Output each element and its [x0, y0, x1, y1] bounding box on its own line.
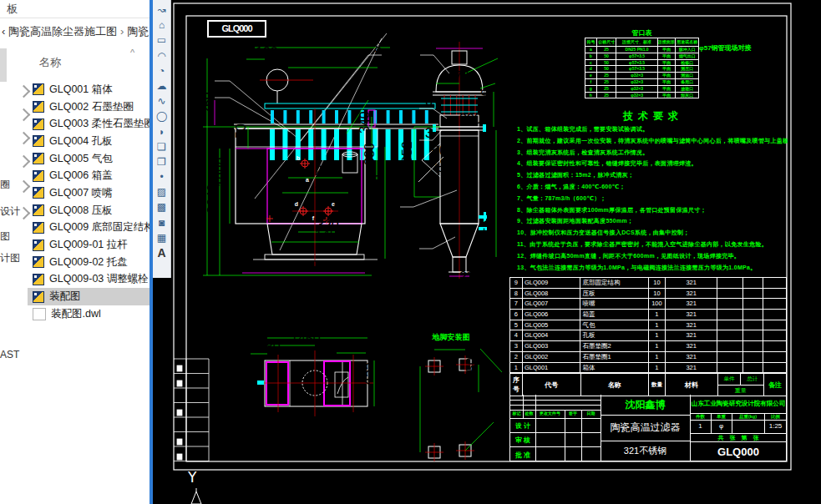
dimension-label: 1460 [332, 53, 362, 68]
file-name: GLQ003 柔性石墨垫圈 [49, 117, 150, 131]
toolbar-point-icon[interactable]: • [155, 169, 170, 184]
breadcrumb[interactable]: ‹ 陶瓷高温除尘器施工图›陶瓷 [2, 24, 150, 39]
bom-cell [717, 363, 743, 374]
file-item[interactable]: GLQ007 喷嘴 [28, 184, 150, 202]
nozzle-cell: 测温口 [676, 72, 698, 78]
bom-cell: 321 [666, 299, 718, 310]
rev-header: 签字 [565, 411, 581, 416]
file-name: 装配图 [49, 290, 81, 304]
tech-requirement-line: 12、焊缝件坡口高50mm直缝，间距不大于600mm，见图纸设计，现场焊接完毕。 [517, 252, 788, 264]
dimension-label: 450 [315, 179, 337, 193]
file-item[interactable]: GLQ009-03 调整螺栓 [28, 271, 150, 289]
bom-cell [763, 363, 786, 374]
file-item[interactable]: GLQ009-01 拉杆 [28, 236, 150, 254]
dimension-label: 1450 [315, 228, 345, 242]
ucs-icon [191, 488, 201, 504]
dimension-label: 250 [351, 339, 373, 353]
dimension-label: 350 [482, 219, 496, 242]
nozzle-row: e25φ32×3平面测温口 [585, 72, 698, 78]
toolbar-arc-icon[interactable]: ◠ [155, 48, 170, 63]
nozzle-cell: 25 [597, 78, 617, 85]
bom-cell: GLQ007 [523, 299, 581, 310]
breadcrumb-next[interactable]: 陶瓷 [127, 25, 149, 38]
bom-cell: 321 [666, 320, 718, 331]
file-name: GLQ002 石墨垫圈 [49, 100, 134, 114]
column-header-name[interactable]: 名称 [39, 55, 61, 70]
file-item[interactable]: GLQ001 箱体 [28, 81, 150, 98]
nozzle-cell: 平面 [658, 46, 677, 53]
tech-requirement-line: 11、由于系统处于负压，要求除尘器严密密封，不能混入空气进除尘器内部，以免发生危… [517, 240, 788, 252]
nozzle-header: 用途或名称 [676, 38, 698, 46]
bom-cell: 气包 [580, 320, 649, 331]
toolbar-insert-block-icon[interactable]: ❏ [155, 139, 170, 154]
collapse-chevron-icon[interactable]: ^ [130, 48, 134, 58]
bom-cell: GLQ003 [523, 341, 581, 352]
file-item[interactable]: 装配图 [28, 288, 150, 305]
nav-item-clipped[interactable]: 圈 [0, 178, 10, 192]
back-chevron-icon[interactable]: ‹ [2, 25, 5, 38]
file-item[interactable]: GLQ006 箱盖 [28, 167, 150, 184]
nozzle-row: h25φ32×3平面卸灰口 [585, 92, 698, 98]
screen: 板 ‹ 陶瓷高温除尘器施工图›陶瓷 圈 设计 图 计图 AST 名称 ^ GLQ… [0, 0, 821, 504]
toolbar-rectangle-icon[interactable]: ▭ [155, 33, 170, 48]
dwg-file-icon [33, 83, 44, 95]
file-item[interactable]: GLQ003 柔性石墨垫圈 [28, 115, 150, 133]
file-item[interactable]: GLQ008 压板 [28, 202, 150, 219]
toolbar-gradient-icon[interactable]: ▩ [155, 199, 170, 214]
file-item[interactable]: GLQ009-02 托盘 [28, 254, 150, 271]
bom-cell [763, 341, 786, 352]
toolbar-ellipse-icon[interactable]: ◯ [155, 108, 170, 123]
balloon-number: 5 [426, 41, 433, 55]
toolbar-mtext-icon[interactable]: A [155, 245, 170, 260]
bom-cell: 1 [510, 363, 523, 374]
file-explorer-panel: 板 ‹ 陶瓷高温除尘器施工图›陶瓷 圈 设计 图 计图 AST 名称 ^ GLQ… [0, 0, 150, 504]
dimension-label: 5970 [193, 139, 207, 169]
toolbar-spline-icon[interactable]: ∿ [155, 93, 170, 108]
toolbar-table-icon[interactable]: ▦ [155, 230, 170, 245]
file-item[interactable]: 装配图.dwl [28, 305, 150, 323]
bom-cell [717, 310, 743, 320]
file-item[interactable]: GLQ009 底部固定结构 [28, 219, 150, 237]
bom-cell: 压板 [580, 289, 649, 300]
dwg-file-icon [33, 187, 44, 199]
tech-requirement-line: 8、除尘器箱体外表面要求100mm厚保温层，各管口处预留保温尺寸； [517, 206, 788, 218]
toolbar-polyline-icon[interactable]: ↝ [155, 3, 170, 18]
explorer-ribbon-tab[interactable]: 板 [7, 2, 18, 17]
dimension-label: 952 [400, 141, 414, 164]
nav-item-clipped[interactable]: 设计 [0, 204, 20, 219]
toolbar-hatch-icon[interactable]: ▨ [155, 184, 170, 199]
bom-header-cell: 名称 [581, 374, 650, 396]
breadcrumb-path[interactable]: 陶瓷高温除尘器施工图 [8, 25, 117, 38]
company-name: 山东工业陶瓷研究设计院有限公司 [690, 395, 787, 413]
bom-cell: GLQ001 [523, 363, 581, 374]
file-item[interactable]: GLQ004 孔板 [28, 133, 150, 150]
ucs-y-axis-label: Y [188, 469, 196, 486]
toolbar-region-icon[interactable]: ◙ [155, 215, 170, 230]
bom-cell [717, 289, 743, 300]
file-item[interactable]: GLQ002 石墨垫圈 [28, 98, 150, 116]
file-item[interactable]: GLQ005 气包 [28, 150, 150, 168]
nozzle-cell: 25 [597, 72, 617, 78]
toolbar-circle-icon[interactable]: ◔ [155, 63, 170, 78]
cad-window: ↝⌂▭◠◔☁∿◯◗❏❐•▨▩◙▦A [150, 0, 821, 504]
toolbar-ellipse-arc-icon[interactable]: ◗ [155, 124, 170, 139]
nav-item-clipped[interactable]: AST [0, 349, 19, 360]
tech-requirement-line: 10、脉冲控制仪和压力变送器信号接入DCS系统，由集中控制； [517, 229, 788, 240]
rev-header: 日期 [581, 411, 601, 416]
toolbar-polygon-icon[interactable]: ⌂ [155, 18, 170, 33]
nozzle-row: a25DN25 PN1.0平面脉冲入口 [585, 46, 698, 53]
drawing-number: GLQ000 [690, 441, 787, 461]
cad-canvas[interactable]: 190 2100 1460 250 5970 3640 1980 500 280… [171, 0, 820, 504]
nozzle-spec-label: DN25 PN1.0 [515, 47, 590, 61]
nav-item-clipped[interactable]: 计图 [0, 251, 20, 265]
dwg-file-icon [33, 239, 44, 251]
bom-header-cell: 单件 [718, 374, 742, 385]
bom-header-cell: 总计 [741, 374, 763, 385]
bom-cell [763, 310, 786, 320]
nozzle-table: 符号 公称尺寸 连接尺寸、标准 连接面形式 用途或名称 a25DN25 PN1.… [585, 38, 699, 98]
toolbar-make-block-icon[interactable]: ❐ [155, 154, 170, 169]
toolbar-revcloud-icon[interactable]: ☁ [155, 78, 170, 93]
bom-cell [743, 320, 763, 331]
nav-item-clipped[interactable]: 图 [0, 229, 10, 244]
sign-label: 审 核 [510, 436, 535, 445]
